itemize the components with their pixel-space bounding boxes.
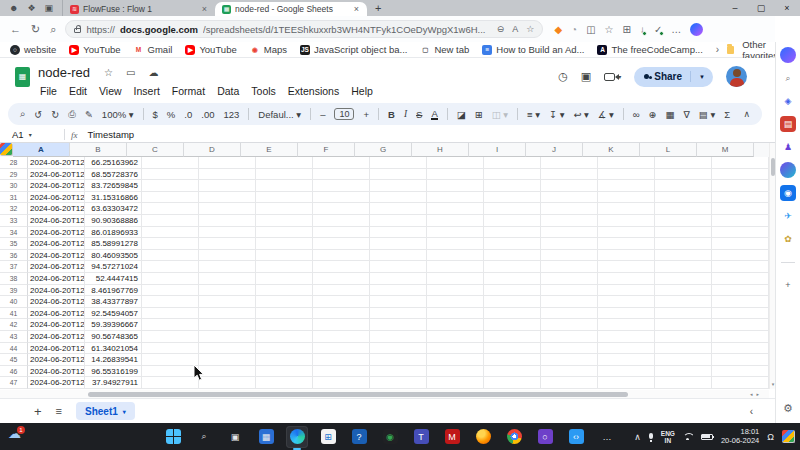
cell-empty[interactable] <box>427 180 484 192</box>
bookmark-gmail[interactable]: M Gmail <box>134 44 173 55</box>
cell-empty[interactable] <box>484 180 541 192</box>
collections-icon[interactable]: ⊞ <box>623 24 631 35</box>
cell-value[interactable]: 92.54594057 <box>85 308 142 320</box>
column-header[interactable]: K <box>583 143 640 157</box>
cell-empty[interactable] <box>655 180 712 192</box>
cell-empty[interactable] <box>712 366 769 378</box>
bookmark-maps[interactable]: ◉ Maps <box>250 44 287 55</box>
cell-value[interactable]: 90.56748365 <box>85 331 142 343</box>
taskbar-more-icon[interactable]: … <box>596 426 618 448</box>
cell-empty[interactable] <box>142 250 199 262</box>
cell-timestamp[interactable]: 2024-06-20T12:2 <box>28 192 85 204</box>
cell-empty[interactable] <box>484 203 541 215</box>
cell-empty[interactable] <box>598 261 655 273</box>
font-size-input[interactable]: 10 <box>334 108 354 120</box>
cell-empty[interactable] <box>256 366 313 378</box>
share-button[interactable]: Share ▼ <box>634 67 713 87</box>
cell-empty[interactable] <box>427 250 484 262</box>
scroll-right-icon[interactable]: ▸ <box>756 391 763 397</box>
cell-empty[interactable] <box>256 331 313 343</box>
percent-format-icon[interactable]: % <box>167 109 175 120</box>
cell-timestamp[interactable]: 2024-06-20T12:2 <box>28 308 85 320</box>
menu-tools[interactable]: Tools <box>245 83 282 99</box>
cell-empty[interactable] <box>655 319 712 331</box>
cell-empty[interactable] <box>199 180 256 192</box>
column-header[interactable]: D <box>184 143 241 157</box>
number-format-icon[interactable]: 123 <box>223 109 239 120</box>
bookmark-website[interactable]: ○ website <box>10 44 56 55</box>
cell-empty[interactable] <box>256 180 313 192</box>
cell-empty[interactable] <box>142 273 199 285</box>
cell-empty[interactable] <box>256 296 313 308</box>
cell-empty[interactable] <box>655 331 712 343</box>
cell-empty[interactable] <box>199 296 256 308</box>
cell-empty[interactable] <box>598 192 655 204</box>
cell-empty[interactable] <box>370 203 427 215</box>
cell-timestamp[interactable]: 2024-06-20T12:2 <box>28 250 85 262</box>
footer-collapse-icon[interactable]: ‹ <box>750 406 753 417</box>
copilot-icon[interactable] <box>780 47 796 63</box>
toolbar-divider[interactable] <box>378 108 379 120</box>
cell-value[interactable]: 31.15316866 <box>85 192 142 204</box>
cell-empty[interactable] <box>598 273 655 285</box>
row-header[interactable]: 43 <box>0 331 28 343</box>
tab-actions-icon[interactable]: ▣ <box>45 3 54 13</box>
add-app-icon[interactable]: + <box>780 277 796 293</box>
metamask-icon[interactable]: ◆ <box>554 24 562 35</box>
cell-empty[interactable] <box>256 308 313 320</box>
cell-empty[interactable] <box>313 180 370 192</box>
sidebar-divider[interactable] <box>780 254 796 270</box>
cell-empty[interactable] <box>427 331 484 343</box>
table-views-icon[interactable]: ▤ ▾ <box>699 109 715 120</box>
cell-timestamp[interactable]: 2024-06-20T12:2 <box>28 169 85 181</box>
cell-empty[interactable] <box>484 169 541 181</box>
cell-empty[interactable] <box>427 227 484 239</box>
split-screen-icon[interactable]: ◫ <box>586 24 595 35</box>
cell-empty[interactable] <box>370 261 427 273</box>
cell-empty[interactable] <box>484 157 541 169</box>
cell-empty[interactable] <box>655 192 712 204</box>
increase-decimal-icon[interactable]: .00 <box>201 109 214 120</box>
cell-empty[interactable] <box>142 227 199 239</box>
cell-empty[interactable] <box>541 169 598 181</box>
cell-empty[interactable] <box>712 238 769 250</box>
cell-value[interactable]: 80.46093505 <box>85 250 142 262</box>
cloud-status-icon[interactable]: ☁ <box>148 67 158 78</box>
font-select[interactable]: Defaul... ▾ <box>258 109 301 120</box>
cell-empty[interactable] <box>313 366 370 378</box>
show-desktop-widget[interactable] <box>782 430 795 443</box>
cell-empty[interactable] <box>484 366 541 378</box>
cell-empty[interactable] <box>370 215 427 227</box>
cell-empty[interactable] <box>142 366 199 378</box>
cell-empty[interactable] <box>427 261 484 273</box>
cell-timestamp[interactable]: 2024-06-20T12:2 <box>28 238 85 250</box>
cell-empty[interactable] <box>256 319 313 331</box>
cell-empty[interactable] <box>712 261 769 273</box>
cell-empty[interactable] <box>199 238 256 250</box>
cell-empty[interactable] <box>199 215 256 227</box>
column-header[interactable]: C <box>127 143 184 157</box>
cell-empty[interactable] <box>598 180 655 192</box>
cell-empty[interactable] <box>541 215 598 227</box>
close-icon[interactable]: × <box>774 3 800 13</box>
cell-empty[interactable] <box>712 157 769 169</box>
cell-empty[interactable] <box>541 203 598 215</box>
cell-empty[interactable] <box>313 319 370 331</box>
cell-empty[interactable] <box>598 250 655 262</box>
column-header[interactable]: G <box>355 143 412 157</box>
taskbar-clock[interactable]: 18:0120-06-2024 <box>721 428 759 445</box>
cell-empty[interactable] <box>655 203 712 215</box>
column-header[interactable]: I <box>469 143 526 157</box>
cell-empty[interactable] <box>541 157 598 169</box>
functions-icon[interactable]: Σ <box>724 109 730 120</box>
cell-empty[interactable] <box>541 343 598 355</box>
cell-empty[interactable] <box>655 366 712 378</box>
cell-value[interactable]: 59.39396667 <box>85 319 142 331</box>
cell-empty[interactable] <box>370 377 427 389</box>
cell-empty[interactable] <box>199 157 256 169</box>
cell-empty[interactable] <box>427 308 484 320</box>
text-rotate-icon[interactable]: ∡ ▾ <box>598 109 614 120</box>
cell-empty[interactable] <box>541 366 598 378</box>
cell-empty[interactable] <box>313 169 370 181</box>
downloads-icon[interactable]: ↓ <box>640 24 645 35</box>
